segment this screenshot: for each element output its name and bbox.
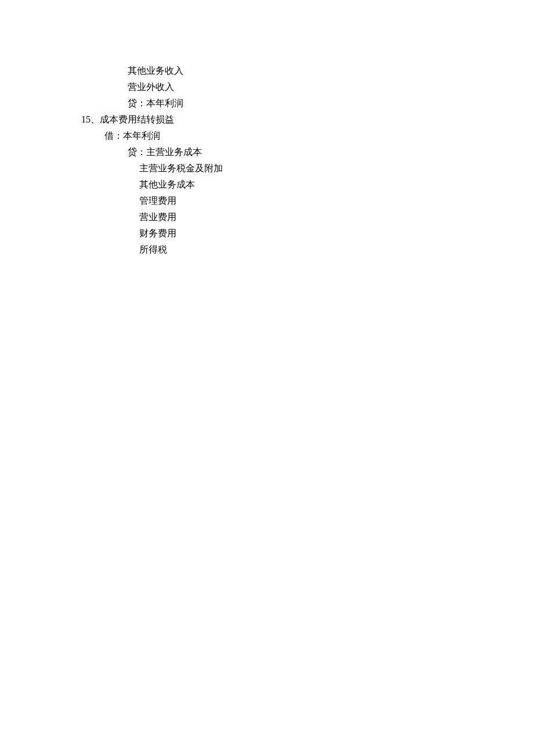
text-line: 15、成本费用结转损益 (81, 111, 534, 128)
document-content: 其他业务收入 营业外收入 贷：本年利润 15、成本费用结转损益 借：本年利润 贷… (81, 63, 534, 258)
text-line: 借：本年利润 (81, 128, 534, 144)
text-line: 贷：主营业务成本 (81, 144, 534, 160)
text-line: 其他业务成本 (81, 177, 534, 193)
text-line: 管理费用 (81, 193, 534, 209)
text-line: 营业外收入 (81, 79, 534, 95)
text-line: 所得税 (81, 242, 534, 258)
text-line: 其他业务收入 (81, 63, 534, 79)
text-line: 营业费用 (81, 209, 534, 225)
text-line: 主营业务税金及附加 (81, 160, 534, 177)
text-line: 财务费用 (81, 225, 534, 242)
text-line: 贷：本年利润 (81, 95, 534, 111)
